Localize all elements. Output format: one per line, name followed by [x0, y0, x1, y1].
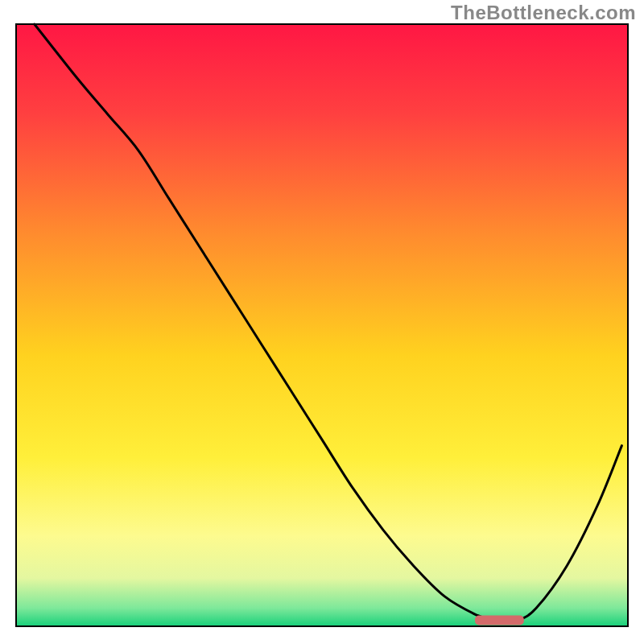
optimal-range-marker — [475, 616, 524, 625]
watermark-text: TheBottleneck.com — [451, 2, 636, 24]
chart-container: TheBottleneck.com — [0, 0, 644, 644]
bottleneck-chart — [0, 0, 644, 644]
